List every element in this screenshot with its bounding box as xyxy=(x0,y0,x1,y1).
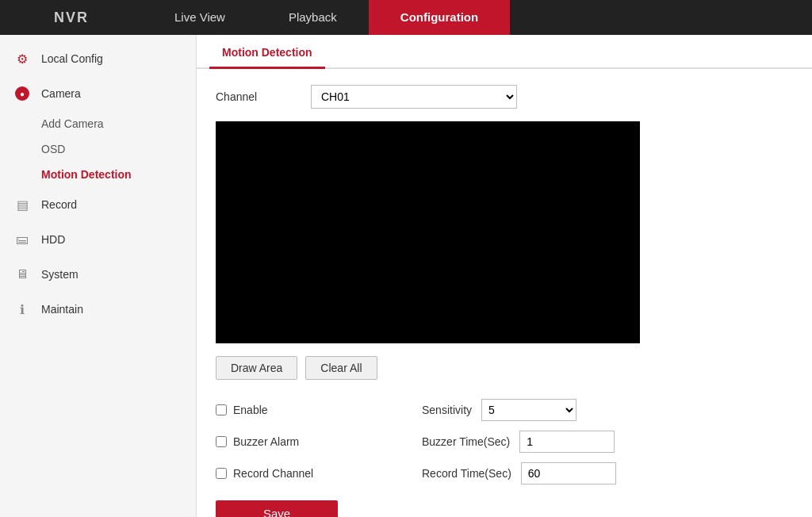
sidebar-item-system[interactable]: 🖥 System xyxy=(0,257,196,292)
options-grid: Enable Sensitivity 1234 567 8910 Buzzer … xyxy=(216,399,793,484)
form-area: Channel CH01 CH02 CH03 CH04 Draw Area Cl… xyxy=(197,69,812,517)
system-icon: 🖥 xyxy=(13,265,32,284)
sidebar-item-local-config[interactable]: ⚙ Local Config xyxy=(0,41,196,76)
tab-configuration[interactable]: Configuration xyxy=(369,0,510,35)
record-channel-label: Record Channel xyxy=(233,467,313,480)
draw-area-button[interactable]: Draw Area xyxy=(216,356,297,380)
sidebar-item-add-camera[interactable]: Add Camera xyxy=(41,111,196,136)
sidebar-label-record: Record xyxy=(41,198,77,211)
maintain-icon: ℹ xyxy=(13,300,32,319)
sensitivity-row: Sensitivity 1234 567 8910 xyxy=(422,399,793,421)
main-content: Motion Detection Channel CH01 CH02 CH03 … xyxy=(197,35,812,517)
record-icon: ▤ xyxy=(13,195,32,214)
buzzer-time-row: Buzzer Time(Sec) xyxy=(422,431,793,453)
sidebar-item-hdd[interactable]: 🖴 HDD xyxy=(0,222,196,257)
record-channel-row: Record Channel xyxy=(216,462,422,484)
sidebar-label-hdd: HDD xyxy=(41,233,65,246)
hdd-icon: 🖴 xyxy=(13,230,32,249)
save-button[interactable]: Save xyxy=(216,500,338,517)
channel-row: Channel CH01 CH02 CH03 CH04 xyxy=(216,85,793,109)
camera-sub-items: Add Camera OSD Motion Detection xyxy=(0,111,196,187)
main-layout: ⚙ Local Config ● Camera Add Camera OSD M… xyxy=(0,35,812,517)
sidebar-label-camera: Camera xyxy=(41,87,81,100)
nav-tabs: Live View Playback Configuration xyxy=(143,0,812,35)
sidebar-item-motion-detection[interactable]: Motion Detection xyxy=(41,162,196,187)
buzzer-alarm-checkbox[interactable] xyxy=(216,436,227,447)
enable-label: Enable xyxy=(233,404,268,416)
record-channel-checkbox[interactable] xyxy=(216,468,227,479)
tab-live-view[interactable]: Live View xyxy=(143,0,257,35)
draw-clear-buttons: Draw Area Clear All xyxy=(216,356,793,380)
buzzer-time-label: Buzzer Time(Sec) xyxy=(422,435,510,448)
record-time-label: Record Time(Sec) xyxy=(422,467,511,480)
camera-icon: ● xyxy=(13,84,32,103)
sidebar-label-maintain: Maintain xyxy=(41,303,83,316)
content-tabs: Motion Detection xyxy=(197,35,812,69)
enable-checkbox[interactable] xyxy=(216,404,227,416)
enable-row: Enable xyxy=(216,399,422,421)
app-logo: NVR xyxy=(0,10,143,26)
sidebar-item-osd[interactable]: OSD xyxy=(41,136,196,162)
tab-playback[interactable]: Playback xyxy=(257,0,369,35)
buzzer-alarm-row: Buzzer Alarm xyxy=(216,431,422,453)
channel-select[interactable]: CH01 CH02 CH03 CH04 xyxy=(311,85,517,109)
sensitivity-select[interactable]: 1234 567 8910 xyxy=(481,399,576,421)
record-time-row: Record Time(Sec) xyxy=(422,462,793,484)
sidebar-item-camera[interactable]: ● Camera xyxy=(0,76,196,111)
top-navigation: NVR Live View Playback Configuration xyxy=(0,0,812,35)
sidebar-label-system: System xyxy=(41,268,79,281)
sidebar-item-maintain[interactable]: ℹ Maintain xyxy=(0,292,196,327)
video-preview xyxy=(216,121,640,343)
tab-motion-detection[interactable]: Motion Detection xyxy=(209,35,325,69)
gear-icon: ⚙ xyxy=(13,49,32,68)
sidebar-item-record[interactable]: ▤ Record xyxy=(0,187,196,222)
record-time-input[interactable] xyxy=(521,462,616,484)
clear-all-button[interactable]: Clear All xyxy=(305,356,377,380)
sidebar-label-local-config: Local Config xyxy=(41,52,103,65)
buzzer-time-input[interactable] xyxy=(519,431,615,453)
save-row: Save xyxy=(216,500,793,517)
buzzer-alarm-label: Buzzer Alarm xyxy=(233,435,299,448)
sensitivity-label: Sensitivity xyxy=(422,404,472,416)
channel-label: Channel xyxy=(216,90,311,103)
sidebar: ⚙ Local Config ● Camera Add Camera OSD M… xyxy=(0,35,197,517)
